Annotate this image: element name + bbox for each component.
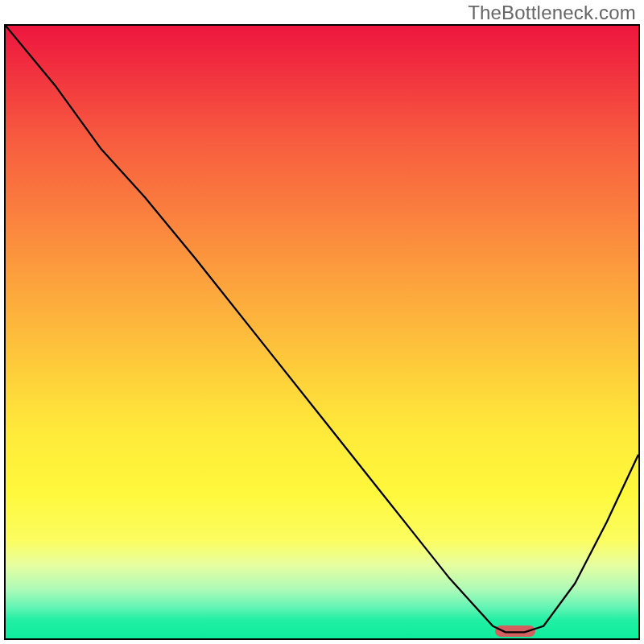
bottleneck-curve-line	[6, 26, 638, 638]
watermark-text: TheBottleneck.com	[468, 2, 636, 24]
chart-container: TheBottleneck.com	[0, 0, 644, 644]
plot-area	[4, 24, 640, 640]
